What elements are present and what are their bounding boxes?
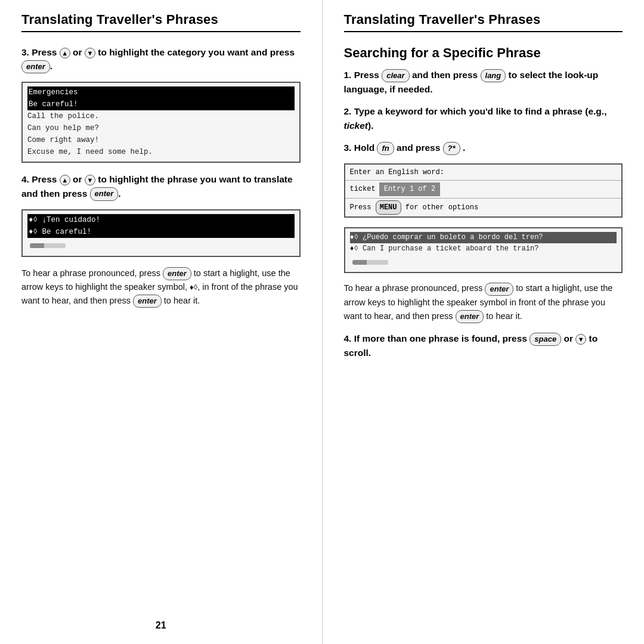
screen-phrase-result: ♦◊ ¿Puedo comprar un boleto a bordo del …: [344, 227, 623, 274]
screen-phrase-row2: ♦◊ Be careful!: [27, 226, 295, 238]
rstep4-text: If more than one phrase is found, press: [354, 333, 530, 343]
right-step-4: 4. If more than one phrase is found, pre…: [344, 332, 623, 360]
arrow-up-icon-2: ▲: [60, 175, 70, 185]
enter-key-step4: enter: [90, 187, 119, 200]
arrow-up-icon: ▲: [60, 48, 70, 58]
scroll-bar-right: [352, 260, 388, 265]
arrow-down-icon-r: ▼: [575, 334, 586, 345]
rstep3-press: and press: [397, 143, 443, 153]
step3-or: or: [73, 47, 85, 57]
left-title: Translating Traveller's Phrases: [21, 12, 301, 27]
rstep1-num: 1.: [344, 70, 354, 80]
screen-row-come: Come right away!: [27, 134, 295, 146]
enter-key-rpron1: enter: [485, 283, 513, 296]
page: Translating Traveller's Phrases 3. Press…: [0, 0, 644, 644]
phrase-row-english: ♦◊ Can I purchase a ticket aboard the tr…: [350, 243, 617, 255]
screen-phrase-row1: ♦◊ ¡Ten cuidado!: [27, 214, 295, 226]
ticket-word: ticket: [350, 183, 376, 195]
rstep3-num: 3.: [344, 143, 354, 153]
screen-row-emergencies: Emergencies: [27, 86, 295, 98]
space-key: space: [530, 333, 561, 346]
screen-row-becareful: Be careful!: [27, 98, 295, 110]
screen-phrases: ♦◊ ¡Ten cuidado! ♦◊ Be careful!: [21, 209, 301, 257]
question-key: ?*: [443, 142, 460, 155]
clear-key: clear: [382, 69, 409, 82]
scroll-bar: [30, 243, 66, 248]
left-divider: [21, 31, 301, 32]
fn-key: fn: [377, 142, 394, 155]
speaker-symbol: ♦◊: [190, 283, 197, 292]
right-divider: [344, 31, 623, 32]
right-step-1: 1. Press clear and then press lang to se…: [344, 68, 623, 96]
entry-highlight: Entry 1 of 2: [379, 182, 440, 196]
rstep1-press: Press: [354, 70, 382, 80]
rstep2-text: Type a keyword for which you'd like to f…: [344, 106, 607, 130]
entry-row-2: ticket Entry 1 of 2: [345, 181, 622, 198]
left-pronunciation: To hear a phrase pronounced, press enter…: [21, 267, 301, 308]
right-step-2: 2. Type a keyword for which you'd like t…: [344, 104, 623, 132]
rstep1-then: and then press: [412, 70, 481, 80]
arrow-down-icon: ▼: [85, 48, 95, 58]
rstep3-period: .: [463, 143, 465, 153]
step4-or: or: [73, 174, 85, 184]
screen-row-police: Call the police.: [27, 110, 295, 122]
left-step-4: 4. Press ▲ or ▼ to highlight the phrase …: [21, 172, 301, 200]
enter-key-pron1: enter: [163, 267, 191, 280]
enter-key-rpron2: enter: [456, 310, 484, 323]
section-title: Searching for a Specific Phrase: [344, 45, 623, 61]
page-number: 21: [156, 620, 166, 631]
enter-key-step3: enter: [21, 60, 50, 73]
lang-key: lang: [481, 69, 506, 82]
step3-text: to highlight the category you want and p…: [98, 47, 295, 57]
rstep3-hold: Hold: [354, 143, 377, 153]
menu-key: MENU: [376, 200, 401, 215]
rstep4-num: 4.: [344, 333, 354, 343]
step4-num: 4.: [21, 174, 32, 184]
left-column: Translating Traveller's Phrases 3. Press…: [0, 0, 322, 644]
arrow-down-icon-2: ▼: [85, 175, 95, 185]
step3-num: 3.: [21, 47, 32, 57]
step3-period: .: [50, 61, 52, 71]
ticket-italic: ticket: [344, 120, 369, 131]
enter-key-pron2: enter: [133, 295, 162, 308]
screen-row-excuse: Excuse me, I need some help.: [27, 146, 295, 158]
rstep2-num: 2.: [344, 106, 354, 116]
rstep4-or: or: [564, 333, 575, 343]
right-step-3: 3. Hold fn and press ?* .: [344, 141, 623, 155]
step4-press: Press: [32, 174, 60, 184]
screen-row-help: Can you help me?: [27, 122, 295, 134]
screen-categories: Emergencies Be careful! Call the police.…: [21, 82, 301, 163]
step4-period: .: [118, 188, 120, 199]
right-pronunciation: To hear a phrase pronounced, press enter…: [344, 281, 623, 323]
right-column: Translating Traveller's Phrases Searchin…: [322, 0, 645, 644]
step3-press: Press: [32, 47, 60, 57]
entry-row-3: Press MENU for other options: [345, 199, 622, 216]
left-step-3: 3. Press ▲ or ▼ to highlight the categor…: [21, 45, 301, 73]
entry-row-1: Enter an English word:: [345, 165, 622, 181]
screen-entry: Enter an English word: ticket Entry 1 of…: [344, 163, 623, 218]
phrase-row-spanish: ♦◊ ¿Puedo comprar un boleto a bordo del …: [350, 232, 617, 243]
right-title: Translating Traveller's Phrases: [344, 12, 623, 27]
